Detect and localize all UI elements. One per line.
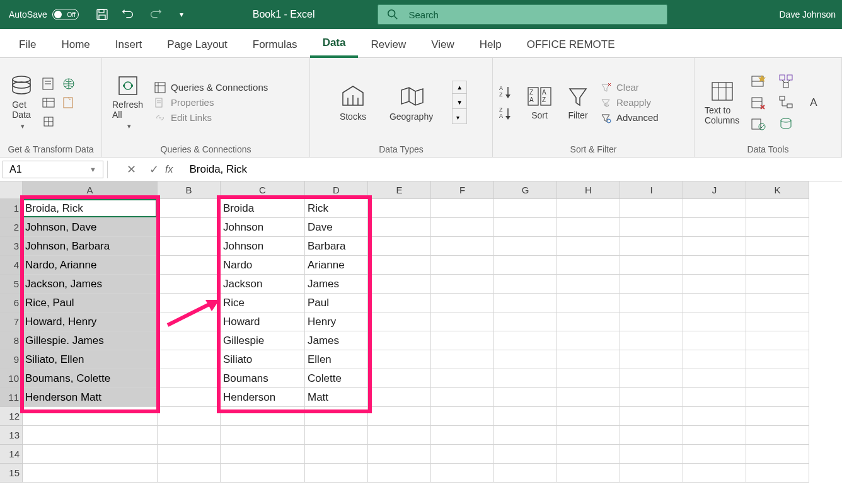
cell[interactable] (494, 331, 557, 350)
cell[interactable]: Nardo (221, 256, 305, 275)
cell[interactable] (305, 426, 368, 445)
cell[interactable] (158, 350, 221, 369)
filter-button[interactable]: Filter (563, 83, 592, 123)
tab-insert[interactable]: Insert (103, 32, 155, 57)
row-head[interactable]: 14 (0, 445, 23, 464)
cell[interactable]: Howard, Henry (23, 312, 158, 331)
user-name[interactable]: Dave Johnson (779, 9, 842, 20)
cell[interactable]: Rick (305, 199, 368, 218)
cell[interactable] (431, 294, 494, 312)
col-head-E[interactable]: E (368, 181, 431, 199)
cell[interactable] (221, 445, 305, 464)
cell[interactable] (368, 294, 431, 312)
refresh-all-button[interactable]: Refresh All (108, 72, 147, 133)
cell[interactable] (683, 369, 746, 388)
cell[interactable] (620, 331, 683, 350)
cell[interactable] (158, 388, 221, 407)
tab-view[interactable]: View (418, 32, 467, 57)
cell[interactable]: Dave (305, 218, 368, 237)
cell[interactable] (494, 275, 557, 294)
tab-home[interactable]: Home (49, 32, 102, 57)
cell[interactable] (620, 426, 683, 445)
cell[interactable] (557, 275, 620, 294)
cell[interactable]: Broida (221, 199, 305, 218)
row-head[interactable]: 11 (0, 388, 23, 407)
cell[interactable] (557, 445, 620, 464)
row-head[interactable]: 4 (0, 256, 23, 275)
cell[interactable] (557, 407, 620, 426)
cell[interactable] (746, 275, 809, 294)
cell[interactable] (431, 445, 494, 464)
col-head-J[interactable]: J (683, 181, 746, 199)
cell[interactable] (494, 237, 557, 256)
from-text-icon[interactable] (42, 77, 55, 91)
get-data-button[interactable]: Get Data (6, 72, 37, 133)
cell[interactable] (494, 218, 557, 237)
autosave-toggle[interactable]: AutoSave Off (0, 9, 88, 20)
cell[interactable] (746, 369, 809, 388)
cell[interactable]: Johnson, Barbara (23, 237, 158, 256)
cell[interactable] (368, 331, 431, 350)
toggle-switch[interactable]: Off (52, 9, 79, 20)
row-head[interactable]: 7 (0, 312, 23, 331)
save-icon[interactable] (95, 8, 109, 21)
cell[interactable]: Colette (305, 369, 368, 388)
cell[interactable] (620, 199, 683, 218)
cell[interactable] (431, 312, 494, 331)
tab-review[interactable]: Review (358, 32, 418, 57)
cell[interactable]: Johnson (221, 218, 305, 237)
cell[interactable] (620, 275, 683, 294)
cell[interactable] (683, 388, 746, 407)
sort-descending-icon[interactable]: ZA (499, 106, 516, 121)
cell[interactable] (557, 237, 620, 256)
row-head[interactable]: 15 (0, 464, 23, 483)
cell[interactable] (683, 445, 746, 464)
cell[interactable] (683, 294, 746, 312)
cell[interactable] (368, 464, 431, 483)
cell[interactable]: Rice (221, 294, 305, 312)
cell[interactable] (368, 350, 431, 369)
cell[interactable] (620, 369, 683, 388)
cell[interactable] (368, 275, 431, 294)
cell[interactable] (431, 369, 494, 388)
text-to-columns-button[interactable]: Text to Columns (701, 77, 743, 128)
search-box[interactable]: Search (378, 4, 667, 25)
remove-duplicates-icon[interactable] (751, 95, 767, 110)
col-head-A[interactable]: A (23, 181, 158, 199)
cell[interactable] (683, 426, 746, 445)
advanced-button[interactable]: Advanced (600, 112, 659, 123)
cell[interactable] (557, 426, 620, 445)
col-head-G[interactable]: G (494, 181, 557, 199)
qat-dropdown-icon[interactable]: ▾ (175, 8, 188, 21)
from-table-icon[interactable] (42, 96, 55, 110)
cell[interactable] (557, 256, 620, 275)
cell[interactable] (368, 388, 431, 407)
col-head-I[interactable]: I (620, 181, 683, 199)
cell[interactable]: Arianne (305, 256, 368, 275)
cell[interactable] (158, 199, 221, 218)
cell[interactable] (368, 445, 431, 464)
cell[interactable]: Ellen (305, 350, 368, 369)
cell[interactable]: James (305, 275, 368, 294)
cell[interactable]: Rice, Paul (23, 294, 158, 312)
sort-button[interactable]: ZAAZ Sort (523, 83, 556, 123)
cell[interactable] (683, 350, 746, 369)
cell[interactable] (746, 388, 809, 407)
tab-help[interactable]: Help (467, 32, 514, 57)
cell[interactable] (746, 464, 809, 483)
cell[interactable]: Henry (305, 312, 368, 331)
cell[interactable]: Broida, Rick (23, 199, 158, 218)
cell[interactable] (431, 256, 494, 275)
cell[interactable] (368, 369, 431, 388)
cell[interactable] (557, 388, 620, 407)
cell[interactable] (494, 294, 557, 312)
cell[interactable] (557, 350, 620, 369)
cell[interactable] (494, 312, 557, 331)
cell[interactable] (368, 426, 431, 445)
cell[interactable] (305, 445, 368, 464)
col-head-F[interactable]: F (431, 181, 494, 199)
cell[interactable] (368, 256, 431, 275)
cell[interactable] (683, 256, 746, 275)
row-head[interactable]: 2 (0, 218, 23, 237)
row-head[interactable]: 6 (0, 294, 23, 312)
